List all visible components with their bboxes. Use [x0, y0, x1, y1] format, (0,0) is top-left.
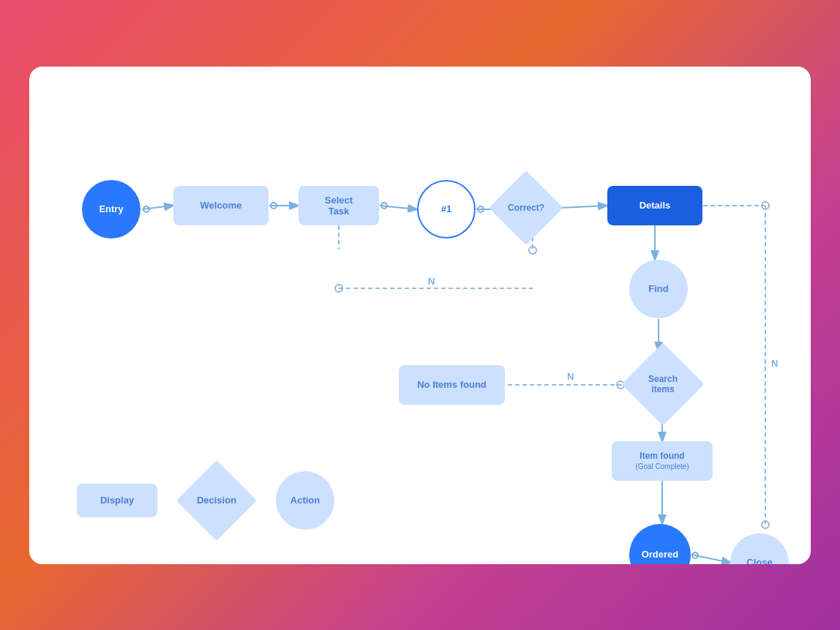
- search-items-node[interactable]: Searchitems: [629, 350, 697, 418]
- svg-point-29: [762, 521, 769, 528]
- svg-point-5: [381, 203, 387, 209]
- welcome-node[interactable]: Welcome: [173, 186, 269, 225]
- svg-text:N: N: [567, 371, 574, 382]
- svg-text:N: N: [428, 276, 435, 287]
- item-found-node[interactable]: Item found(Goal Complete): [612, 441, 713, 481]
- svg-point-22: [335, 285, 342, 292]
- correct-node[interactable]: Correct?: [496, 178, 556, 238]
- svg-text:N: N: [771, 358, 778, 369]
- legend: Display Decision Action: [77, 468, 334, 533]
- svg-point-7: [478, 206, 484, 212]
- svg-point-27: [692, 552, 698, 558]
- close-node[interactable]: Close: [730, 533, 789, 564]
- hash1-node[interactable]: #1: [417, 180, 476, 239]
- legend-display: Display: [77, 484, 157, 517]
- no-items-node[interactable]: No Items found: [399, 365, 505, 405]
- details-node[interactable]: Details: [607, 186, 702, 225]
- svg-line-26: [691, 555, 730, 563]
- ordered-node[interactable]: Ordered: [629, 524, 691, 564]
- svg-line-0: [142, 206, 173, 209]
- legend-decision: Decision: [184, 468, 250, 533]
- svg-point-3: [271, 203, 277, 209]
- find-node[interactable]: Find: [629, 260, 688, 318]
- svg-point-11: [762, 202, 769, 209]
- diagram-card: N N N Entry Welcome SelectTask #1: [29, 67, 811, 564]
- select-task-node[interactable]: SelectTask: [299, 186, 379, 225]
- svg-line-4: [380, 206, 416, 209]
- svg-point-19: [529, 247, 536, 254]
- legend-action: Action: [276, 471, 334, 530]
- entry-node[interactable]: Entry: [82, 180, 140, 239]
- svg-point-1: [143, 206, 149, 212]
